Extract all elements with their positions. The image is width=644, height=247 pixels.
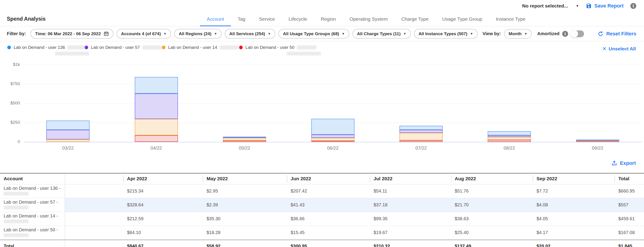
bar-group-06-22[interactable] xyxy=(311,119,354,142)
legend-dot xyxy=(7,46,11,49)
value-cell: $54.11 xyxy=(370,184,451,198)
value-cell: $4.08 xyxy=(533,198,615,212)
spend-stacked-bar-chart: $1k$750$500$250003/2204/2205/2206/2207/2… xyxy=(0,61,644,157)
table-row[interactable]: Lab on Demand - user 50 -$84.10$18.28$15… xyxy=(0,226,644,240)
total-value-cell: $840.67 xyxy=(124,240,203,247)
table-row[interactable]: Lab on Demand - user 14 -$212.59$35.30$3… xyxy=(0,212,644,226)
column-header-aug-2022: Aug 2022 xyxy=(451,173,533,184)
chip-label: Accounts 4 (of 674) xyxy=(121,31,161,36)
value-cell: $15.45 xyxy=(287,226,370,240)
y-axis-tick: $250 xyxy=(0,120,20,125)
filter-chip-all-charge-types[interactable]: All Charge Types (11)▼ xyxy=(352,29,411,39)
export-row: Export xyxy=(0,157,644,170)
column-header-may-2022: May 2022 xyxy=(203,173,287,184)
chip-label: All Usage Type Groups (68) xyxy=(283,31,339,36)
filter-chip-all-instance-types[interactable]: All Instance Types (507)▼ xyxy=(414,29,478,39)
amortized-toggle[interactable] xyxy=(571,30,584,37)
total-value-cell: $300.95 xyxy=(287,240,370,247)
filter-chips: Time: 06 Mar 2022 - 06 Sep 2022Accounts … xyxy=(30,29,478,39)
gridline xyxy=(24,84,642,84)
legend-item-lab-on-demand-user-50[interactable]: Lab on Demand - user 50 xyxy=(239,45,316,56)
tab-bar: AccountTagServiceLifecycleRegionOperatin… xyxy=(200,12,532,26)
chip-label: All Instance Types (507) xyxy=(418,31,468,36)
tab-usage-type-group[interactable]: Usage Type Group xyxy=(436,16,489,26)
legend-item-lab-on-demand-user-136[interactable]: Lab on Demand - user 136 xyxy=(7,45,84,56)
bar-segment-lab-on-demand-user-57 xyxy=(135,94,178,119)
info-icon[interactable]: i xyxy=(630,3,636,9)
filter-chip-all-usage-type-groups[interactable]: All Usage Type Groups (68)▼ xyxy=(278,29,349,39)
value-cell: $37.18 xyxy=(370,198,451,212)
bar-segment-lab-on-demand-user-136 xyxy=(46,121,90,130)
redacted-text xyxy=(4,233,29,237)
redacted-text xyxy=(68,45,84,49)
value-cell: $212.59 xyxy=(124,212,203,226)
bar-segment-lab-on-demand-user-57 xyxy=(488,135,531,137)
account-cell: Lab on Demand - user 57 - xyxy=(0,198,65,212)
spacer-cell xyxy=(65,198,124,212)
header-spacer xyxy=(65,173,124,184)
redacted-text xyxy=(4,206,29,209)
value-cell: $41.43 xyxy=(287,198,370,212)
bar-group-05-22[interactable] xyxy=(223,137,266,142)
view-by-select[interactable]: Month ▼ xyxy=(504,29,532,39)
bar-segment-lab-on-demand-user-50 xyxy=(223,141,266,142)
legend-items: Lab on Demand - user 136Lab on Demand - … xyxy=(7,45,316,56)
filter-chip-accounts-4[interactable]: Accounts 4 (of 674)▼ xyxy=(116,29,171,39)
table-row[interactable]: Lab on Demand - user 136 -$215.34$2.95$2… xyxy=(0,184,644,198)
tab-operating-system[interactable]: Operating System xyxy=(343,16,394,26)
bar-group-03-22[interactable] xyxy=(46,121,90,142)
bar-segment-lab-on-demand-user-136 xyxy=(135,77,178,94)
account-name: Lab on Demand - user 136 - xyxy=(4,186,62,191)
amortized-info-icon[interactable]: i xyxy=(562,31,568,37)
legend-label: Lab on Demand - user 57 xyxy=(91,45,140,50)
tab-region[interactable]: Region xyxy=(314,16,343,26)
bar-group-08-22[interactable] xyxy=(488,131,531,142)
bar-segment-lab-on-demand-user-14 xyxy=(488,137,531,140)
bar-group-09-22[interactable] xyxy=(576,140,619,142)
legend-label: Lab on Demand - user 136 xyxy=(14,45,65,50)
legend-item-lab-on-demand-user-57[interactable]: Lab on Demand - user 57 xyxy=(84,45,162,56)
value-cell: $4.05 xyxy=(533,212,615,226)
bar-group-04-22[interactable] xyxy=(135,77,178,142)
account-name: Lab on Demand - user 57 - xyxy=(4,200,62,205)
calendar-icon xyxy=(104,31,109,36)
legend-dot xyxy=(162,46,166,49)
bar-segment-lab-on-demand-user-136 xyxy=(311,119,354,135)
filter-chip-all-regions[interactable]: All Regions (24)▼ xyxy=(174,29,222,39)
export-button[interactable]: Export xyxy=(611,160,636,166)
tab-instance-type[interactable]: Instance Type xyxy=(489,16,532,26)
legend-item-lab-on-demand-user-14[interactable]: Lab on Demand - user 14 xyxy=(162,45,239,56)
chevron-down-icon: ▼ xyxy=(342,32,345,35)
spacer-cell xyxy=(65,184,124,198)
bar-segment-lab-on-demand-user-14 xyxy=(223,138,266,141)
bar-segment-lab-on-demand-user-14 xyxy=(135,119,178,135)
tab-service[interactable]: Service xyxy=(252,16,282,26)
tab-lifecycle[interactable]: Lifecycle xyxy=(282,16,314,26)
export-label: Export xyxy=(620,160,636,166)
chip-label: All Regions (24) xyxy=(179,31,212,36)
filter-chip-time-06-mar-2022-06-sep-2022[interactable]: Time: 06 Mar 2022 - 06 Sep 2022 xyxy=(30,29,113,39)
column-header-account: Account xyxy=(0,173,65,184)
total-value-cell: $210.32 xyxy=(370,240,451,247)
chevron-down-icon: ▼ xyxy=(524,32,527,35)
tab-tag[interactable]: Tag xyxy=(231,16,252,26)
filter-chip-all-services[interactable]: All Services (254)▼ xyxy=(225,29,275,39)
column-header-apr-2022: Apr 2022 xyxy=(124,173,203,184)
x-axis-tick: 07/22 xyxy=(377,146,465,151)
spend-table: AccountApr 2022May 2022Jun 2022Jul 2022A… xyxy=(0,173,644,247)
bar-segment-lab-on-demand-user-57 xyxy=(46,130,90,139)
value-cell: $25.40 xyxy=(451,226,533,240)
save-report-button[interactable]: Save Report xyxy=(586,3,624,9)
value-cell: $2.39 xyxy=(203,198,287,212)
total-value-cell: $58.92 xyxy=(203,240,287,247)
table-row[interactable]: Lab on Demand - user 57 -$328.64$2.39$41… xyxy=(0,198,644,212)
report-selector[interactable]: No report selected... ▼ xyxy=(522,3,579,9)
legend-dot xyxy=(239,46,243,49)
bar-group-07-22[interactable] xyxy=(400,126,443,142)
value-cell: $36.66 xyxy=(287,212,370,226)
reset-filters-button[interactable]: Reset Filters xyxy=(598,31,636,37)
tab-charge-type[interactable]: Charge Type xyxy=(394,16,436,26)
unselect-all-button[interactable]: ✕ Unselect All xyxy=(602,46,636,52)
top-bar: No report selected... ▼ Save Report i xyxy=(0,0,644,12)
tab-account[interactable]: Account xyxy=(200,16,231,26)
